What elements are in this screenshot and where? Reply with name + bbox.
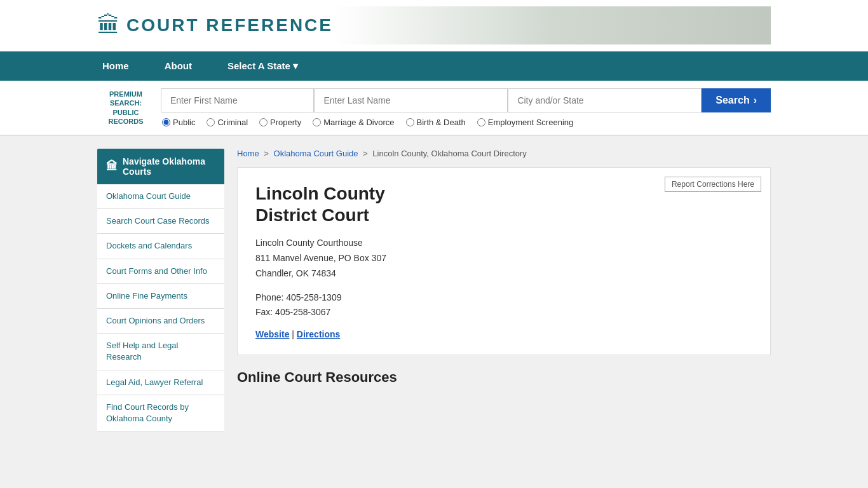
- nav-about[interactable]: About: [147, 51, 210, 81]
- address-line1: Lincoln County Courthouse: [255, 236, 752, 251]
- sidebar: 🏛 Navigate Oklahoma Courts Oklahoma Cour…: [97, 149, 224, 431]
- sidebar-nav-title: Navigate Oklahoma Courts: [123, 156, 215, 177]
- sidebar-link-legal-aid[interactable]: Legal Aid, Lawyer Referral: [97, 370, 224, 395]
- breadcrumb-state-guide[interactable]: Oklahoma Court Guide: [274, 149, 358, 158]
- sidebar-item-fine-payments[interactable]: Online Fine Payments: [97, 284, 224, 309]
- website-link[interactable]: Website: [255, 329, 289, 339]
- sidebar-link-self-help[interactable]: Self Help and Legal Research: [97, 334, 224, 369]
- radio-criminal[interactable]: Criminal: [207, 118, 248, 127]
- radio-property[interactable]: Property: [259, 118, 301, 127]
- sidebar-item-dockets[interactable]: Dockets and Calendars: [97, 234, 224, 259]
- address-line3: Chandler, OK 74834: [255, 266, 752, 281]
- court-links: Website | Directions: [255, 329, 752, 339]
- courthouse-nav-icon: 🏛: [106, 160, 118, 173]
- premium-search-label: PREMIUM SEARCH: PUBLIC RECORDS: [97, 90, 154, 126]
- last-name-input[interactable]: [314, 88, 508, 112]
- city-state-input[interactable]: [508, 88, 702, 112]
- breadcrumb-current: Lincoln County, Oklahoma Court Directory: [372, 149, 527, 158]
- sidebar-link-dockets[interactable]: Dockets and Calendars: [97, 234, 224, 258]
- court-address: Lincoln County Courthouse 811 Manvel Ave…: [255, 236, 752, 281]
- fax-number: Fax: 405-258-3067: [255, 305, 752, 320]
- sidebar-item-self-help[interactable]: Self Help and Legal Research: [97, 334, 224, 370]
- search-arrow-icon: ›: [754, 95, 757, 106]
- radio-public[interactable]: Public: [162, 118, 195, 127]
- sidebar-link-court-guide[interactable]: Oklahoma Court Guide: [97, 184, 224, 208]
- online-resources-title: Online Court Resources: [237, 369, 771, 386]
- directions-link[interactable]: Directions: [297, 329, 340, 339]
- sidebar-link-opinions[interactable]: Court Opinions and Orders: [97, 309, 224, 333]
- link-separator: |: [292, 329, 297, 339]
- radio-employment[interactable]: Employment Screening: [477, 118, 573, 127]
- sidebar-item-case-records[interactable]: Search Court Case Records: [97, 209, 224, 234]
- sidebar-link-find-records[interactable]: Find Court Records by Oklahoma County: [97, 395, 224, 431]
- nav-home[interactable]: Home: [85, 51, 147, 81]
- sidebar-link-fine-payments[interactable]: Online Fine Payments: [97, 284, 224, 308]
- logo-area: 🏛 COURT REFERENCE: [97, 12, 333, 39]
- sidebar-link-court-forms[interactable]: Court Forms and Other Info: [97, 259, 224, 283]
- sidebar-link-case-records[interactable]: Search Court Case Records: [97, 209, 224, 233]
- address-line2: 811 Manvel Avenue, PO Box 307: [255, 251, 752, 266]
- courthouse-icon: 🏛: [97, 12, 120, 39]
- phone-number: Phone: 405-258-1309: [255, 290, 752, 306]
- court-card: Report Corrections Here Lincoln County D…: [237, 167, 771, 355]
- sidebar-item-court-guide[interactable]: Oklahoma Court Guide: [97, 184, 224, 209]
- sidebar-item-opinions[interactable]: Court Opinions and Orders: [97, 309, 224, 334]
- breadcrumb: Home > Oklahoma Court Guide > Lincoln Co…: [237, 149, 771, 158]
- nav-select-state[interactable]: Select A State ▾: [210, 51, 316, 81]
- breadcrumb-home[interactable]: Home: [237, 149, 259, 158]
- report-corrections-button[interactable]: Report Corrections Here: [665, 177, 761, 192]
- search-button[interactable]: Search ›: [702, 88, 771, 112]
- search-button-label: Search: [715, 95, 749, 106]
- sidebar-header: 🏛 Navigate Oklahoma Courts: [97, 149, 224, 184]
- sidebar-item-court-forms[interactable]: Court Forms and Other Info: [97, 259, 224, 284]
- site-name: COURT REFERENCE: [126, 15, 333, 36]
- sidebar-item-find-records[interactable]: Find Court Records by Oklahoma County: [97, 395, 224, 431]
- sidebar-item-legal-aid[interactable]: Legal Aid, Lawyer Referral: [97, 370, 224, 395]
- radio-birth[interactable]: Birth & Death: [406, 118, 466, 127]
- first-name-input[interactable]: [161, 88, 314, 112]
- court-phone: Phone: 405-258-1309 Fax: 405-258-3067: [255, 290, 752, 321]
- radio-marriage[interactable]: Marriage & Divorce: [313, 118, 394, 127]
- main-content: Home > Oklahoma Court Guide > Lincoln Co…: [237, 149, 771, 431]
